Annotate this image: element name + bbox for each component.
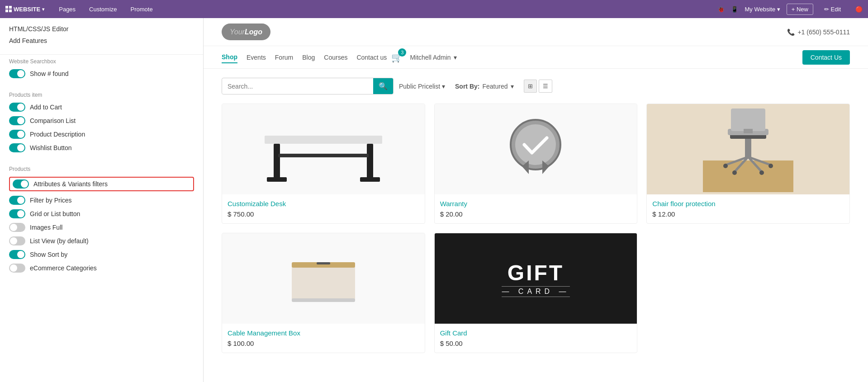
toggle-grid-list-button[interactable]: [9, 209, 25, 218]
nav-link-events[interactable]: Events: [247, 52, 266, 63]
main-layout: HTML/CSS/JS Editor Add Features Website …: [0, 18, 868, 382]
svg-point-7: [515, 124, 556, 165]
sidebar-item-product-description: Product Description: [9, 130, 194, 139]
admin-nav-customize[interactable]: Customize: [85, 3, 121, 15]
user-dropdown-icon: ▾: [454, 54, 457, 61]
phone-icon: 📞: [787, 28, 795, 36]
nav-link-shop[interactable]: Shop: [222, 52, 237, 63]
brand-dropdown-icon: ▾: [42, 7, 44, 12]
admin-nav: Pages Customize Promote: [51, 3, 157, 15]
product-card-customizable-desk[interactable]: Customizable Desk $ 750.00: [222, 104, 425, 224]
product-price-warranty: $ 20.00: [440, 210, 632, 218]
svg-rect-12: [745, 139, 751, 157]
toggle-list-view-default[interactable]: [9, 236, 25, 245]
svg-rect-1: [274, 144, 280, 180]
admin-nav-pages[interactable]: Pages: [54, 3, 80, 15]
mobile-icon[interactable]: 📱: [731, 6, 738, 13]
svg-rect-5: [278, 154, 369, 157]
nav-link-contact[interactable]: Contact us: [356, 52, 387, 63]
sort-by-dropdown-icon[interactable]: ▾: [511, 83, 514, 90]
phone-number: +1 (650) 555-0111: [797, 28, 850, 36]
product-image-gift: GIFT — CARD —: [435, 233, 637, 324]
products-title: Products: [9, 166, 194, 172]
nav-link-courses[interactable]: Courses: [324, 52, 347, 63]
sidebar-item-add-features[interactable]: Add Features: [9, 37, 194, 44]
nav-link-forum[interactable]: Forum: [275, 52, 293, 63]
sidebar-item-html-css-editor[interactable]: HTML/CSS/JS Editor: [9, 25, 194, 33]
product-info-chair: Chair floor protection $ 12.00: [647, 194, 849, 223]
sidebar-item-images-full: Images Full: [9, 223, 194, 232]
sidebar-section-products-item: Products item Add to Cart Comparison Lis…: [0, 92, 203, 162]
product-image-warranty: [435, 104, 637, 194]
product-image-chair: [647, 104, 849, 194]
svg-rect-2: [367, 144, 373, 180]
contact-us-button[interactable]: Contact Us: [802, 50, 850, 65]
grid-view-button[interactable]: ⊞: [524, 80, 537, 93]
product-image-desk: [222, 104, 425, 194]
sidebar-section-products: Products Attributes & Variants filters F…: [0, 166, 203, 283]
product-name-warranty: Warranty: [440, 200, 632, 208]
toggle-ecommerce-categories[interactable]: [9, 264, 25, 273]
product-price-chair: $ 12.00: [652, 210, 844, 218]
bug-icon[interactable]: 🐞: [717, 6, 725, 13]
svg-rect-10: [703, 160, 793, 192]
products-item-title: Products item: [9, 92, 194, 98]
product-info-warranty: Warranty $ 20.00: [435, 194, 637, 223]
toggle-comparison-list[interactable]: [9, 116, 25, 125]
sidebar-section-searchbox: Website Searchbox Show # found: [0, 58, 203, 88]
my-website-label[interactable]: My Website ▾: [745, 6, 780, 13]
product-card-cable-management-box[interactable]: Cable Management Box $ 100.00: [222, 233, 425, 353]
shop-area: 🔍 Public Pricelist ▾ Sort By: Featured ▾…: [204, 69, 868, 362]
sidebar-item-show-sort-by: Show Sort by: [9, 250, 194, 259]
logo-area: YourLogo: [222, 24, 270, 40]
sidebar-item-grid-list-button: Grid or List button: [9, 209, 194, 218]
svg-rect-22: [731, 108, 765, 131]
product-name-gift: Gift Card: [440, 329, 632, 337]
sort-by-label: Sort By:: [455, 83, 479, 90]
pricelist-dropdown-icon: ▾: [442, 83, 445, 90]
svg-rect-0: [265, 136, 382, 144]
search-input-wrap: 🔍: [222, 78, 394, 94]
search-button[interactable]: 🔍: [373, 78, 393, 94]
cart-icon-wrap[interactable]: 🛒 3: [391, 52, 403, 63]
view-buttons: ⊞ ☰: [524, 80, 552, 93]
svg-point-17: [723, 164, 728, 168]
product-card-gift-card[interactable]: GIFT — CARD — Gift Card $ 50.00: [434, 233, 638, 353]
sidebar-item-wishlist-button: Wishlist Button: [9, 143, 194, 152]
toggle-attributes-variants[interactable]: [13, 179, 29, 189]
admin-brand[interactable]: WEBSITE ▾: [5, 6, 44, 13]
product-card-warranty[interactable]: Warranty $ 20.00: [434, 104, 638, 224]
pricelist-select[interactable]: Public Pricelist ▾: [399, 83, 445, 90]
toggle-wishlist-button[interactable]: [9, 143, 25, 152]
sort-by-area: Sort By: Featured ▾: [455, 83, 514, 90]
product-info-desk: Customizable Desk $ 750.00: [222, 194, 425, 223]
product-card-chair-floor-protection[interactable]: Chair floor protection $ 12.00: [646, 104, 850, 224]
sidebar-section-html: HTML/CSS/JS Editor Add Features: [0, 25, 203, 54]
searchbox-title: Website Searchbox: [9, 58, 194, 65]
phone-area: 📞 +1 (650) 555-0111: [787, 28, 850, 36]
toggle-images-full[interactable]: [9, 223, 25, 232]
svg-rect-23: [744, 129, 753, 133]
list-view-button[interactable]: ☰: [539, 80, 552, 93]
toggle-filter-by-prices[interactable]: [9, 196, 25, 205]
content-area: YourLogo 📞 +1 (650) 555-0111 Shop Events…: [204, 18, 868, 382]
edit-button[interactable]: ✏ Edit: [820, 4, 845, 14]
product-price-desk: $ 750.00: [228, 210, 419, 218]
nav-link-blog[interactable]: Blog: [302, 52, 315, 63]
svg-rect-3: [267, 177, 287, 182]
odoo-drop-icon: 🔴: [855, 6, 863, 13]
new-button[interactable]: + New: [787, 4, 813, 15]
search-input[interactable]: [222, 79, 373, 94]
toggle-product-description[interactable]: [9, 130, 25, 139]
product-grid: Customizable Desk $ 750.00: [222, 104, 850, 353]
toggle-show-found[interactable]: [9, 69, 25, 78]
user-area[interactable]: Mitchell Admin ▾: [410, 54, 456, 61]
toggle-show-sort-by[interactable]: [9, 250, 25, 259]
product-price-cable: $ 100.00: [228, 340, 419, 347]
svg-rect-26: [317, 262, 330, 264]
admin-bar-right: 🐞 📱 My Website ▾ + New ✏ Edit 🔴: [717, 4, 863, 15]
website-nav: Shop Events Forum Blog Courses Contact u…: [204, 46, 868, 69]
my-website-dropdown-icon: ▾: [777, 6, 780, 13]
toggle-add-to-cart[interactable]: [9, 103, 25, 112]
admin-nav-promote[interactable]: Promote: [126, 3, 157, 15]
